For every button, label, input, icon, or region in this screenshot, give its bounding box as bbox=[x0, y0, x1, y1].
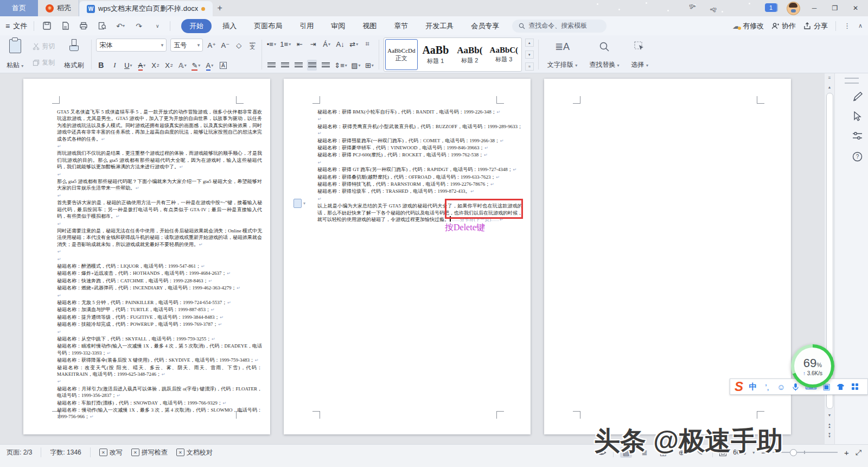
paragraph[interactable]: 秘籍名称：获得垃圾车，代码：TRASHED，电话号码：1999-872-433。… bbox=[317, 188, 522, 195]
panel-drag-handle[interactable] bbox=[845, 78, 859, 84]
fullscreen-icon[interactable]: ⤢ bbox=[856, 448, 861, 457]
paragraph[interactable]: 秘籍名称：改变天气(按 阳光、晴天、多云、雾、阴天、雨天、雷雨、下雪)，代码：M… bbox=[57, 364, 262, 378]
decrease-indent-button[interactable]: ⇤ bbox=[295, 39, 304, 49]
tab-document[interactable]: W wps文档末尾空白页删不掉.docx bbox=[79, 1, 213, 16]
print-preview-button[interactable] bbox=[96, 20, 108, 32]
copy-button[interactable]: 复制 bbox=[30, 57, 58, 68]
paragraph[interactable]: 秘籍名称：获得特技飞机，代码：BARNSTORM，电话号码：1999-2276-… bbox=[317, 181, 522, 188]
font-name-select[interactable]: 宋体▾ bbox=[96, 39, 167, 52]
paragraph[interactable]: ↵ bbox=[57, 143, 262, 150]
decrease-font-button[interactable]: A⁻ bbox=[220, 40, 230, 51]
page-2[interactable]: 秘籍名称：获得 BMX(小轮车自行车)，代码：BANDIT，电话号码：1999-… bbox=[284, 79, 531, 434]
menu-tab-开发工具[interactable]: 开发工具 bbox=[419, 19, 460, 33]
line-spacing-button[interactable]: ⇕≡▾ bbox=[334, 60, 347, 71]
menu-tab-页面布局[interactable]: 页面布局 bbox=[247, 19, 289, 33]
paste-button[interactable]: 粘贴 ▾ bbox=[3, 37, 27, 72]
style-正文[interactable]: AaBbCcDd正文 bbox=[385, 39, 418, 70]
previous-page-icon[interactable]: ▲▲ bbox=[825, 423, 834, 428]
align-right-button[interactable] bbox=[293, 60, 303, 71]
scroll-up-icon[interactable]: ▲ bbox=[825, 85, 834, 89]
underline-button[interactable]: U▾ bbox=[123, 60, 133, 71]
text-layout-button[interactable]: ≣A 文字排版 ▾ bbox=[543, 37, 582, 72]
bullet-list-button[interactable]: •≡▾ bbox=[266, 39, 276, 49]
toggle-拼写检查[interactable]: ✕拼写检查 bbox=[131, 448, 168, 457]
paragraph[interactable]: 秘籍名称：获得彗星跑车(一种双门跑车)，代码：COMET，电话号码：1999-2… bbox=[317, 137, 522, 144]
cloud-sync-status[interactable]: ☁ 有修改 bbox=[732, 21, 764, 31]
numbered-list-button[interactable]: 1≡▾ bbox=[280, 39, 291, 49]
output-pdf-button[interactable] bbox=[59, 20, 71, 32]
paragraph[interactable]: 秘籍名称：获得 PCJ-600(摩托)，代码：ROCKET，电话号码：1999-… bbox=[317, 152, 522, 159]
settings-sliders-icon[interactable] bbox=[850, 129, 864, 143]
ime-emoji-icon[interactable]: ☺ bbox=[777, 382, 786, 392]
paragraph[interactable]: 秘籍名称：获得降落伞(装备后按 X 键使用)，代码：SKYDIVE，电话号码：1… bbox=[57, 357, 262, 364]
paragraph[interactable]: 秘籍名称：获得 BMX(小轮车自行车)，代码：BANDIT，电话号码：1999-… bbox=[317, 109, 522, 116]
paragraph[interactable]: 秘籍名称：瞄准时慢动作(输入一次减慢 1X，最多 4 次，第 5 次取消)，代码… bbox=[57, 343, 262, 357]
ime-language-toggle[interactable]: 中 bbox=[749, 382, 757, 392]
style-标题 2[interactable]: AaBb(标题 2 bbox=[454, 39, 486, 70]
page-layout-margin-icon[interactable]: ▾ bbox=[293, 199, 305, 208]
word-count[interactable]: 字数: 1346 bbox=[50, 448, 81, 457]
paragraph[interactable]: ↵ bbox=[57, 171, 262, 178]
strikethrough-button[interactable]: A▾ bbox=[137, 60, 146, 71]
tab-docer[interactable]: ❋ 稻壳 bbox=[38, 0, 79, 16]
sogou-logo-icon[interactable]: S bbox=[735, 380, 743, 393]
menu-tab-视图[interactable]: 视图 bbox=[356, 19, 383, 33]
edit-pen-icon[interactable] bbox=[850, 90, 864, 104]
minimize-button[interactable]: ─ bbox=[805, 0, 824, 16]
ime-voice-icon[interactable] bbox=[791, 383, 800, 391]
more-options-button[interactable]: ⋮ bbox=[844, 22, 851, 30]
text-direction-button[interactable]: A↓ bbox=[335, 39, 345, 49]
speed-progress-badge[interactable]: 69% ↑ 3.6K/s bbox=[791, 344, 834, 388]
undo-button[interactable]: ↶▾ bbox=[114, 20, 126, 32]
align-left-button[interactable] bbox=[266, 60, 276, 71]
ime-more-grid-icon[interactable] bbox=[851, 383, 859, 390]
zoom-in-button[interactable]: + bbox=[844, 448, 849, 457]
menu-tab-开始[interactable]: 开始 bbox=[181, 19, 212, 33]
find-replace-button[interactable]: 查找替换 ▾ bbox=[585, 37, 623, 72]
paragraph[interactable]: 同时还需要注意的是，秘籍无法在任务中使用，开始任务后秘籍效果就会消失；Onlin… bbox=[57, 228, 262, 248]
menu-tab-插入[interactable]: 插入 bbox=[216, 19, 243, 33]
paragraph[interactable]: 秘籍名称：获得桑切斯(越野摩托)，代码：OFFROAD，电话号码：1999-63… bbox=[317, 174, 522, 181]
paragraph[interactable]: ↵ bbox=[57, 329, 262, 336]
style-标题 1[interactable]: AaBb标题 1 bbox=[419, 39, 452, 70]
file-menu-button[interactable]: ≡ 文件 bbox=[5, 21, 27, 31]
paragraph[interactable]: 秘籍名称：技能冷却完成，代码：POWERUP，电话号码：1999-769-378… bbox=[57, 321, 262, 328]
paragraph[interactable]: ↵ bbox=[57, 220, 262, 228]
paragraph[interactable]: 秘籍名称：慢动作(输入一次减慢 1X，最多 3 次，第 4 次取消)，代码：SL… bbox=[57, 407, 262, 421]
pinyin-guide-button[interactable]: wén文 bbox=[247, 40, 257, 51]
ime-punctuation-icon[interactable]: ’, bbox=[763, 382, 771, 392]
menu-tab-会员专享[interactable]: 会员专享 bbox=[464, 19, 506, 33]
paragraph[interactable]: ↵ bbox=[57, 378, 262, 385]
font-color-button[interactable]: A▾ bbox=[205, 60, 214, 71]
italic-button[interactable]: I bbox=[110, 60, 119, 71]
paragraph[interactable]: 秘籍名称：月球引力(激活后进入载具可以体验，跳跃后按 o(字母) 键漂浮)，代码… bbox=[57, 386, 262, 400]
maximize-button[interactable]: ❐ bbox=[826, 0, 844, 16]
paragraph[interactable]: 秘籍名称：获得秃鹰直升机(小型武装直升机)，代码：BUZZOFF，电话号码：19… bbox=[317, 123, 522, 137]
cut-button[interactable]: 剪切 bbox=[30, 41, 58, 52]
highlight-color-button[interactable]: ✎▾ bbox=[191, 60, 201, 71]
character-shading-button[interactable]: A bbox=[218, 60, 228, 71]
align-center-button[interactable] bbox=[280, 60, 290, 71]
increase-indent-button[interactable]: ⇥ bbox=[308, 39, 318, 49]
toggle-改写[interactable]: ✕改写 bbox=[99, 448, 123, 457]
style-scroll-up-icon[interactable]: ▴ bbox=[525, 39, 534, 47]
borders-button[interactable]: ⊞▾ bbox=[365, 60, 374, 71]
window-count-badge[interactable]: 1 bbox=[765, 3, 777, 12]
paragraph[interactable]: 秘籍名称：爆炸+近战攻击，代码：HOTHANDS，电话号码：1999-4684-… bbox=[57, 270, 262, 277]
menu-tab-章节[interactable]: 章节 bbox=[387, 19, 414, 33]
distribute-button[interactable] bbox=[321, 60, 330, 71]
collapse-ribbon-button[interactable]: ∧ bbox=[858, 22, 863, 29]
page-indicator[interactable]: 页面: 2/3 bbox=[7, 448, 32, 457]
paragraph[interactable]: 秘籍名称：醉酒模式，代码：LIQUOR，电话号码：1999-547-861；↵ bbox=[57, 263, 262, 270]
subscript-button[interactable]: X2 bbox=[164, 60, 174, 71]
new-tab-button[interactable]: + bbox=[213, 0, 227, 16]
paragraph[interactable]: 秘籍名称：无敌 5 分钟，代码：PAINKILLER，电话号码：1999-724… bbox=[57, 299, 262, 306]
menu-tab-引用[interactable]: 引用 bbox=[293, 19, 320, 33]
paragraph[interactable]: 秘籍名称：从空中跳下，代码：SKYFALL，电话号码：1999-759-3255… bbox=[57, 336, 262, 343]
paragraph[interactable]: ↵ bbox=[57, 256, 262, 263]
paragraph[interactable]: 首先要告诉大家的是，秘籍的正确使用方法一共有三种，一种是在游戏中按“~”键，接着… bbox=[57, 199, 262, 220]
text-tool-button[interactable]: Á▾ bbox=[322, 39, 331, 49]
page-1-text[interactable]: GTA5 又名侠盗飞车 5 或侠盗猎车手 5，是一款开放式的动作冒险游戏，很多小… bbox=[57, 109, 262, 421]
font-size-select[interactable]: 五号▾ bbox=[170, 39, 203, 52]
paragraph[interactable]: 秘籍名称：加满血与护甲，代码：TURTLE，电话号码：1999-887-853；… bbox=[57, 306, 262, 313]
